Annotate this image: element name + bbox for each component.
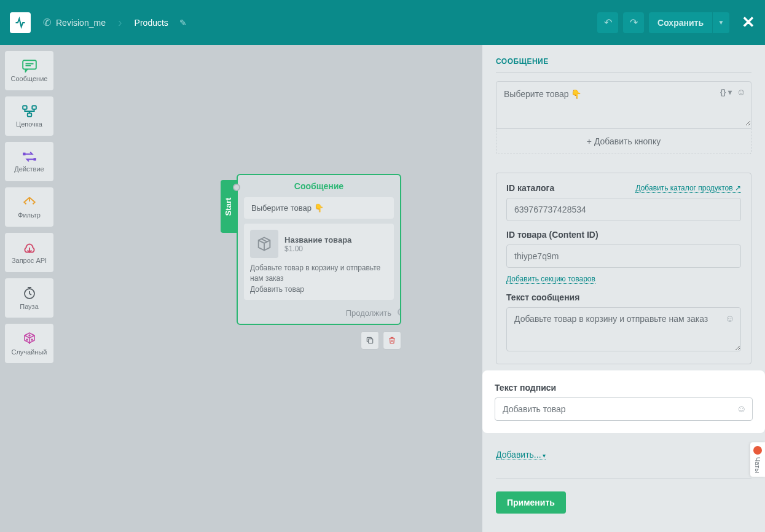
breadcrumb-bot[interactable]: Revision_me bbox=[56, 18, 106, 28]
svg-rect-12 bbox=[369, 338, 373, 343]
breadcrumb: ✆ Revision_me › Products ✎ bbox=[43, 15, 187, 29]
canvas[interactable]: Start Сообщение Выберите товар 👇 Названи… bbox=[58, 45, 482, 532]
svg-rect-0 bbox=[23, 60, 36, 69]
duplicate-button[interactable] bbox=[361, 331, 379, 350]
catalog-id-input[interactable] bbox=[506, 198, 741, 221]
signature-input[interactable] bbox=[495, 397, 753, 421]
chat-tab-label: Чаты bbox=[754, 457, 761, 473]
tool-label: Запрос API bbox=[12, 257, 47, 264]
panel-heading: СООБЩЕНИЕ bbox=[496, 57, 751, 66]
svg-rect-5 bbox=[27, 113, 31, 116]
properties-panel: СООБЩЕНИЕ {} ▾ ☺ + Добавить кнопку ID ка… bbox=[482, 45, 765, 532]
tool-action[interactable]: Действие bbox=[5, 142, 53, 181]
tool-pause[interactable]: Пауза bbox=[5, 278, 53, 318]
apply-button[interactable]: Применить bbox=[496, 491, 566, 514]
add-more-dropdown[interactable]: Добавить... bbox=[496, 450, 546, 460]
tool-label: Фильтр bbox=[18, 211, 41, 219]
message-textarea-wrap: {} ▾ ☺ bbox=[496, 81, 751, 129]
chat-notification-icon bbox=[753, 446, 762, 455]
svg-point-9 bbox=[26, 339, 28, 340]
emoji-icon[interactable]: ☺ bbox=[725, 313, 735, 324]
svg-point-11 bbox=[29, 335, 30, 336]
add-button-row[interactable]: + Добавить кнопку bbox=[496, 129, 751, 154]
node-continue[interactable]: Продолжить bbox=[238, 306, 400, 324]
variable-icon[interactable]: {} ▾ bbox=[720, 88, 732, 96]
whatsapp-icon: ✆ bbox=[43, 17, 51, 28]
svg-point-10 bbox=[31, 339, 33, 340]
signature-section: Текст подписи ☺ bbox=[485, 373, 763, 431]
svg-rect-3 bbox=[23, 106, 27, 109]
content-id-input[interactable] bbox=[506, 244, 741, 268]
breadcrumb-sep-icon: › bbox=[118, 15, 122, 29]
edit-icon[interactable]: ✎ bbox=[179, 18, 187, 28]
tool-message[interactable]: Сообщение bbox=[5, 51, 53, 90]
svg-rect-7 bbox=[33, 158, 36, 160]
save-dropdown[interactable]: ▼ bbox=[712, 12, 729, 33]
node-message-preview: Выберите товар 👇 bbox=[244, 197, 394, 219]
chat-tab[interactable]: Чаты bbox=[750, 442, 765, 477]
tool-label: Случайный bbox=[12, 348, 47, 356]
catalog-id-label: ID каталога bbox=[506, 183, 554, 193]
tool-random[interactable]: Случайный bbox=[5, 324, 53, 363]
redo-button[interactable]: ↷ bbox=[623, 12, 644, 33]
signature-label: Текст подписи bbox=[495, 383, 753, 393]
close-button[interactable]: ✕ bbox=[742, 13, 755, 32]
product-price: $1.00 bbox=[284, 244, 351, 253]
tool-api[interactable]: Запрос API bbox=[5, 233, 53, 272]
tool-filter[interactable]: Фильтр bbox=[5, 187, 53, 227]
delete-button[interactable] bbox=[383, 331, 401, 350]
emoji-icon[interactable]: ☺ bbox=[737, 87, 746, 97]
tool-label: Цепочка bbox=[16, 120, 42, 128]
product-footer-text: Добавить товар bbox=[250, 285, 388, 294]
tool-label: Пауза bbox=[20, 303, 39, 310]
node-product-preview: Название товара $1.00 Добавьте товар в к… bbox=[244, 224, 394, 300]
top-bar: ✆ Revision_me › Products ✎ ↶ ↷ Сохранить… bbox=[0, 0, 765, 45]
product-section: ID каталога Добавить каталог продуктов ↗… bbox=[496, 173, 751, 364]
node-output-port[interactable] bbox=[398, 308, 401, 316]
undo-button[interactable]: ↶ bbox=[597, 12, 618, 33]
content-id-label: ID товара (Content ID) bbox=[506, 230, 741, 240]
msg-text-label: Текст сообщения bbox=[506, 292, 741, 302]
tool-label: Действие bbox=[14, 165, 44, 173]
svg-rect-4 bbox=[32, 106, 36, 109]
node-title: Сообщение bbox=[238, 175, 400, 197]
emoji-icon[interactable]: ☺ bbox=[737, 404, 747, 415]
tool-chain[interactable]: Цепочка bbox=[5, 96, 53, 136]
toolbox: Сообщение Цепочка Действие Фильтр Запрос… bbox=[0, 45, 58, 532]
package-icon bbox=[250, 230, 278, 258]
save-button[interactable]: Сохранить bbox=[649, 12, 712, 33]
svg-rect-6 bbox=[23, 153, 25, 155]
message-textarea[interactable] bbox=[496, 82, 751, 126]
add-section-link[interactable]: Добавить секцию товаров bbox=[506, 275, 595, 284]
msg-text-textarea[interactable] bbox=[506, 307, 741, 351]
message-node[interactable]: Start Сообщение Выберите товар 👇 Названи… bbox=[237, 174, 401, 325]
product-body-text: Добавьте товар в корзину и отправьте нам… bbox=[250, 263, 388, 284]
tool-label: Сообщение bbox=[11, 75, 48, 82]
app-logo[interactable] bbox=[10, 12, 31, 33]
breadcrumb-page[interactable]: Products bbox=[135, 18, 168, 28]
product-name: Название товара bbox=[284, 235, 351, 244]
add-catalog-link[interactable]: Добавить каталог продуктов ↗ bbox=[635, 184, 741, 193]
node-input-port[interactable] bbox=[233, 184, 240, 191]
